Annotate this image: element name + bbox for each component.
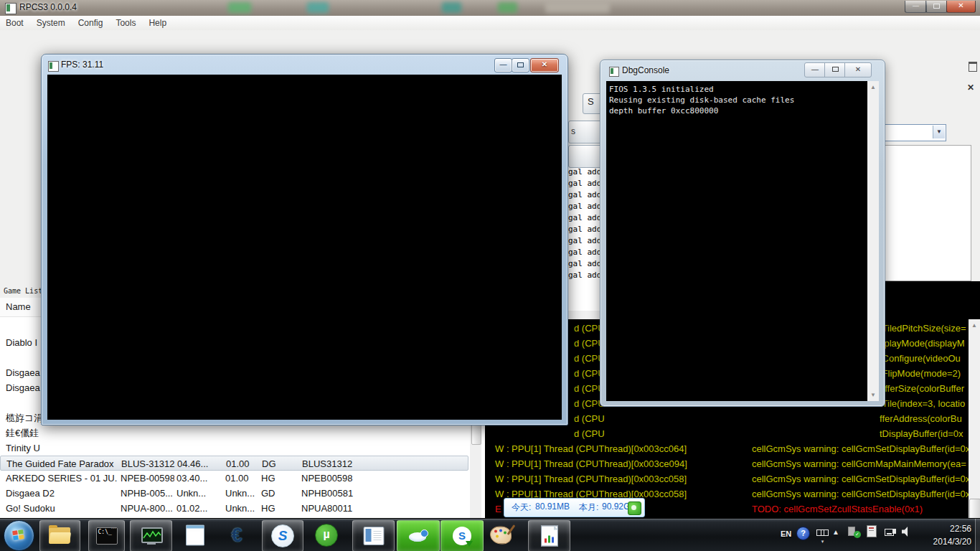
menu-config[interactable]: Config (78, 16, 103, 30)
game-row[interactable]: Trinity U (0, 441, 468, 456)
log-vscrollbar[interactable]: ▲ ▼ (969, 319, 980, 547)
usb-icon[interactable]: ✓ (848, 526, 858, 536)
game-cell-cat: GD (261, 486, 298, 501)
dbgconsole-maximize-button[interactable] (824, 62, 846, 77)
log-message: cellGcmSys warning: cellGcmMapMainMemory… (752, 456, 966, 471)
console-line: FIOS 1.3.5 initialized (606, 81, 867, 95)
taskbar-button-explorer[interactable] (39, 520, 80, 551)
taskbar-button-paint[interactable] (485, 520, 517, 550)
game-cell-name: The Guided Fate Paradox (6, 456, 118, 471)
debugger-dock-icon[interactable] (969, 62, 977, 72)
net-today-label: 今天: (512, 501, 531, 514)
net-monitor-icon[interactable] (628, 501, 641, 515)
utorrent-icon: µ (315, 524, 338, 547)
tray-date: 2014/3/20 (920, 535, 971, 548)
log-message-fragment: splayMode(displayM (880, 336, 965, 351)
interpreter-dropdown[interactable]: ▼ (883, 124, 946, 141)
game-cell-id: NPHB00581 (301, 486, 466, 501)
net-monitor-overlay[interactable]: 今天: 80.91MB 本月: 90.92GB (504, 498, 645, 517)
main-window-titlebar[interactable]: RPCS3 0.0.0.4 — ✕ (0, 0, 980, 16)
fps-window-title: FPS: 31.11 (61, 60, 103, 70)
dbgconsole-window[interactable]: DbgConsole — ✕ FIOS 1.3.5 initializedReu… (600, 60, 885, 407)
language-indicator[interactable]: EN (781, 529, 791, 538)
game-cell-name: Disgaea D2 (6, 486, 117, 501)
menu-system[interactable]: System (37, 16, 65, 30)
taskbar-button-perf-monitor[interactable] (130, 520, 172, 551)
taskbar: C:\_ € S µ S (0, 518, 980, 551)
show-desktop-button[interactable] (975, 519, 980, 551)
clipboard-icon[interactable] (867, 525, 877, 540)
taskbar-button-rpcs3[interactable] (528, 520, 570, 551)
dbgconsole-close-button[interactable]: ✕ (844, 62, 872, 77)
taskbar-button-utorrent[interactable]: µ (311, 520, 341, 550)
glass-reflection (442, 2, 461, 13)
log-row: W : PPU[1] Thread (CPUThread)[0x003cc064… (485, 441, 980, 456)
close-button[interactable]: ✕ (946, 1, 976, 13)
dbgconsole-output: FIOS 1.3.5 initializedReusing existing d… (606, 81, 867, 401)
menu-help[interactable]: Help (149, 16, 166, 30)
network-icon[interactable] (885, 526, 894, 539)
glass-reflection (228, 2, 251, 13)
debugger-toolbar-button[interactable] (568, 145, 602, 168)
clock[interactable]: 22:56 2014/3/20 (920, 522, 971, 548)
scroll-up-icon[interactable]: ▲ (969, 322, 980, 329)
net-month-label: 本月: (579, 501, 598, 514)
game-row[interactable]: The Guided Fate ParadoxBLUS-3131204.46..… (0, 456, 468, 471)
taskbar-button-cmd[interactable]: C:\_ (88, 520, 125, 551)
game-row[interactable]: Go! SudokuNPUA-800...01.02...Unkn...HGNP… (0, 501, 468, 516)
toolbar-button-label: s (571, 126, 575, 136)
dbgconsole-vscrollbar[interactable]: ▲ ▼ (867, 81, 879, 401)
fps-minimize-button[interactable]: — (494, 58, 512, 72)
fps-close-button[interactable]: ✕ (530, 58, 559, 72)
log-message-fragment: tConfigure(videoOu (880, 351, 961, 366)
game-cell-ver: 01.00 (226, 456, 259, 471)
log-message: cellGcmSys warning: cellGcmSetDisplayBuf… (752, 486, 970, 501)
chevron-down-icon[interactable]: ▼ (933, 126, 945, 138)
taskbar-button-flashget[interactable] (397, 520, 440, 551)
scroll-up-icon[interactable]: ▲ (867, 84, 879, 90)
game-cell-serial: NPHB-005... (121, 486, 174, 501)
taskbar-button-sogou-browser[interactable]: S (262, 520, 303, 551)
log-message-fragment: tTile(index=3, locatio (880, 396, 965, 411)
hidden-icons-arrow[interactable]: ▲ (832, 528, 839, 536)
log-message-fragment: fferAddress(colorBu (880, 411, 962, 426)
help-icon[interactable]: ? (796, 527, 810, 540)
window-switcher-icon[interactable]: ▾ (816, 526, 829, 545)
net-today-value: 80.91MB (535, 501, 570, 512)
fps-maximize-button[interactable] (512, 58, 529, 72)
scroll-down-icon[interactable]: ▼ (867, 392, 879, 398)
fps-window[interactable]: FPS: 31.11 — ✕ (41, 54, 568, 425)
maximize-button[interactable] (925, 1, 948, 13)
log-message: cellGcmSys warning: cellGcmSetDisplayBuf… (752, 471, 970, 486)
dbgconsole-minimize-button[interactable]: — (804, 62, 826, 77)
dbgconsole-title: DbgConsole (622, 65, 669, 75)
log-message-fragment: tFlipMode(mode=2) (880, 366, 961, 381)
gear-euro-icon: € (231, 526, 242, 545)
game-cell-name: Go! Sudoku (6, 501, 117, 516)
game-row[interactable]: Disgaea D2NPHB-005...Unkn...Unkn...GDNPH… (0, 486, 468, 501)
taskbar-button-notepad[interactable] (180, 520, 210, 550)
dbgconsole-window-icon (609, 67, 619, 77)
debugger-toolbar-button[interactable]: s (568, 121, 602, 143)
start-button[interactable] (4, 520, 34, 551)
taskbar-button-reader[interactable] (352, 520, 395, 551)
menu-bar: BootSystemConfigToolsHelp (0, 16, 980, 31)
name-column-header[interactable]: Name (6, 301, 31, 312)
volume-icon[interactable] (902, 527, 911, 537)
registers-pane (884, 145, 971, 281)
taskbar-button-cheat-engine[interactable]: € (222, 520, 252, 550)
debugger-close-icon[interactable]: ✕ (967, 83, 974, 93)
game-row[interactable]: ARKEDO SERIES - 01 JU...NPEB-0059803.40.… (0, 471, 468, 486)
disasm-line: gal add (568, 248, 601, 257)
performance-monitor-icon (141, 527, 161, 545)
game-row[interactable]: 銈€儠銈 (0, 425, 468, 441)
menu-boot[interactable]: Boot (6, 16, 24, 30)
log-message: TODO: cellGcmSetZcullStatsEnable(0x1) (752, 501, 923, 517)
minimize-button[interactable]: — (905, 1, 927, 13)
log-row: W : PPU[1] Thread (CPUThread)[0x003cc058… (485, 471, 980, 486)
rpcs3-app-icon (5, 3, 17, 14)
document-chart-icon (541, 526, 558, 547)
taskbar-button-sogou-download[interactable]: S (440, 520, 484, 551)
game-cell-id: NPUA80011 (301, 501, 466, 516)
menu-tools[interactable]: Tools (116, 16, 136, 30)
